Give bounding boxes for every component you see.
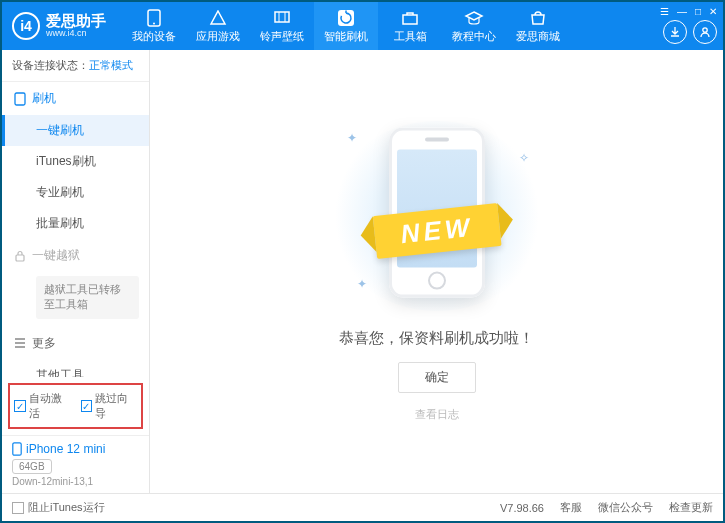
list-icon: [14, 338, 26, 348]
svg-rect-4: [403, 15, 417, 24]
brand-url: www.i4.cn: [46, 29, 106, 39]
svg-rect-7: [16, 255, 24, 261]
conn-value: 正常模式: [89, 59, 133, 71]
nav-my-device[interactable]: 我的设备: [122, 2, 186, 50]
app-window: ☰ — □ ✕ i4 爱思助手 www.i4.cn 我的设备 应用游戏 铃声壁纸: [2, 2, 723, 521]
conn-label: 设备连接状态：: [12, 59, 89, 71]
nav-label: 教程中心: [452, 29, 496, 44]
sidebar-group-more[interactable]: 更多: [2, 327, 149, 360]
user-button[interactable]: [693, 20, 717, 44]
success-message: 恭喜您，保资料刷机成功啦！: [339, 329, 534, 348]
nav-label: 爱思商城: [516, 29, 560, 44]
group-label: 刷机: [32, 90, 56, 107]
group-label: 更多: [32, 335, 56, 352]
view-log-link[interactable]: 查看日志: [415, 407, 459, 422]
check-update-link[interactable]: 检查更新: [669, 500, 713, 515]
sidebar: 设备连接状态：正常模式 刷机 一键刷机 iTunes刷机 专业刷机 批量刷机 一…: [2, 50, 150, 493]
top-nav: 我的设备 应用游戏 铃声壁纸 智能刷机 工具箱 教程中心: [122, 2, 570, 50]
device-info[interactable]: iPhone 12 mini 64GB Down-12mini-13,1: [2, 435, 149, 493]
svg-point-1: [153, 22, 155, 24]
wechat-link[interactable]: 微信公众号: [598, 500, 653, 515]
jailbreak-note: 越狱工具已转移至工具箱: [36, 276, 139, 319]
phone-icon: [147, 9, 161, 27]
sidebar-group-flash[interactable]: 刷机: [2, 82, 149, 115]
store-icon: [529, 9, 547, 27]
lock-icon: [14, 250, 26, 262]
nav-tutorial[interactable]: 教程中心: [442, 2, 506, 50]
brand-logo-icon: i4: [12, 12, 40, 40]
sparkle-icon: ✦: [357, 277, 367, 291]
svg-rect-8: [13, 443, 21, 455]
device-storage: 64GB: [12, 459, 52, 474]
graduation-icon: [464, 9, 484, 27]
device-icon: [12, 442, 22, 456]
nav-label: 应用游戏: [196, 29, 240, 44]
sidebar-group-jailbreak: 一键越狱: [2, 239, 149, 272]
device-sub: Down-12mini-13,1: [12, 476, 139, 487]
chk-label: 自动激活: [29, 391, 71, 421]
illustration: ✦ ✧ ✦ NEW: [327, 121, 547, 311]
toolbox-icon: [401, 9, 419, 27]
main-content: ✦ ✧ ✦ NEW 恭喜您，保资料刷机成功啦！ 确定 查看日志: [150, 50, 723, 493]
sparkle-icon: ✦: [347, 131, 357, 145]
customer-service-link[interactable]: 客服: [560, 500, 582, 515]
refresh-icon: [337, 9, 355, 27]
check-icon: ✓: [81, 400, 93, 412]
checkbox-skip-setup[interactable]: ✓ 跳过向导: [81, 391, 138, 421]
sidebar-item-pro-flash[interactable]: 专业刷机: [2, 177, 149, 208]
block-itunes-label: 阻止iTunes运行: [28, 500, 105, 515]
svg-rect-2: [275, 12, 289, 22]
nav-toolbox[interactable]: 工具箱: [378, 2, 442, 50]
header: ☰ — □ ✕ i4 爱思助手 www.i4.cn 我的设备 应用游戏 铃声壁纸: [2, 2, 723, 50]
download-button[interactable]: [663, 20, 687, 44]
version-label: V7.98.66: [500, 502, 544, 514]
sparkle-icon: ✧: [519, 151, 529, 165]
nav-flash[interactable]: 智能刷机: [314, 2, 378, 50]
phone-small-icon: [14, 92, 26, 106]
checkbox-auto-activate[interactable]: ✓ 自动激活: [14, 391, 71, 421]
device-name: iPhone 12 mini: [12, 442, 139, 456]
svg-point-5: [703, 28, 707, 32]
nav-label: 智能刷机: [324, 29, 368, 44]
nav-store[interactable]: 爱思商城: [506, 2, 570, 50]
brand-title: 爱思助手: [46, 13, 106, 30]
sidebar-item-itunes-flash[interactable]: iTunes刷机: [2, 146, 149, 177]
group-label: 一键越狱: [32, 247, 80, 264]
apps-icon: [209, 9, 227, 27]
options-box: ✓ 自动激活 ✓ 跳过向导: [8, 383, 143, 429]
sidebar-item-oneclick-flash[interactable]: 一键刷机: [2, 115, 149, 146]
brand: i4 爱思助手 www.i4.cn: [2, 12, 116, 40]
connection-status: 设备连接状态：正常模式: [2, 50, 149, 82]
ok-button[interactable]: 确定: [398, 362, 476, 393]
nav-ringtone[interactable]: 铃声壁纸: [250, 2, 314, 50]
check-icon: ✓: [14, 400, 26, 412]
checkbox-block-itunes[interactable]: [12, 502, 24, 514]
body: 设备连接状态：正常模式 刷机 一键刷机 iTunes刷机 专业刷机 批量刷机 一…: [2, 50, 723, 493]
nav-apps[interactable]: 应用游戏: [186, 2, 250, 50]
sidebar-item-other-tools[interactable]: 其他工具: [2, 360, 149, 377]
footer: 阻止iTunes运行 V7.98.66 客服 微信公众号 检查更新: [2, 493, 723, 521]
nav-label: 工具箱: [394, 29, 427, 44]
nav-label: 铃声壁纸: [260, 29, 304, 44]
nav-label: 我的设备: [132, 29, 176, 44]
sidebar-item-batch-flash[interactable]: 批量刷机: [2, 208, 149, 239]
wallpaper-icon: [273, 9, 291, 27]
svg-rect-6: [15, 93, 25, 105]
chk-label: 跳过向导: [95, 391, 137, 421]
